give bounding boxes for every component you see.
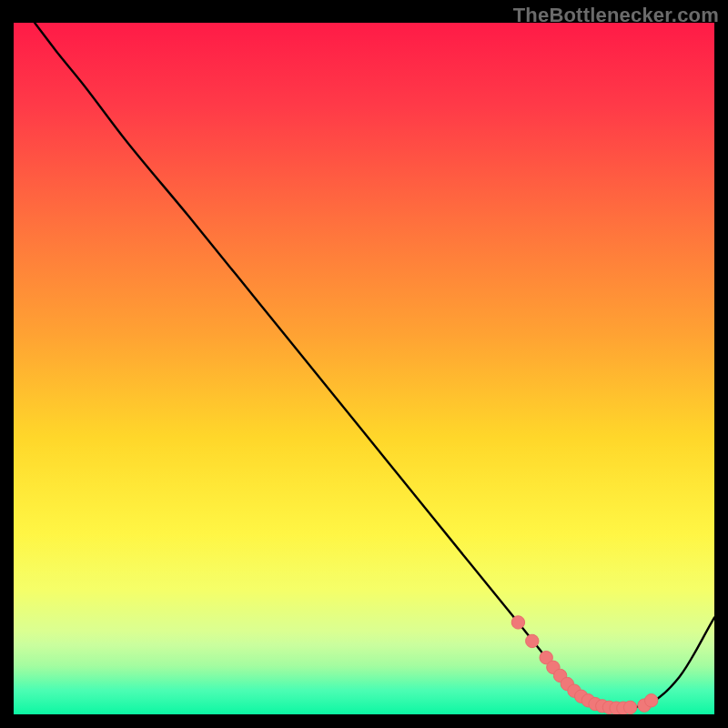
fit-marker bbox=[623, 701, 636, 713]
plot-svg bbox=[14, 23, 714, 714]
chart-stage: TheBottlenecker.com bbox=[0, 0, 728, 728]
fit-marker bbox=[526, 634, 539, 647]
fit-marker bbox=[645, 694, 658, 707]
plot-area bbox=[14, 23, 714, 714]
fit-marker bbox=[511, 616, 524, 629]
pale-band-overlay bbox=[14, 23, 714, 714]
